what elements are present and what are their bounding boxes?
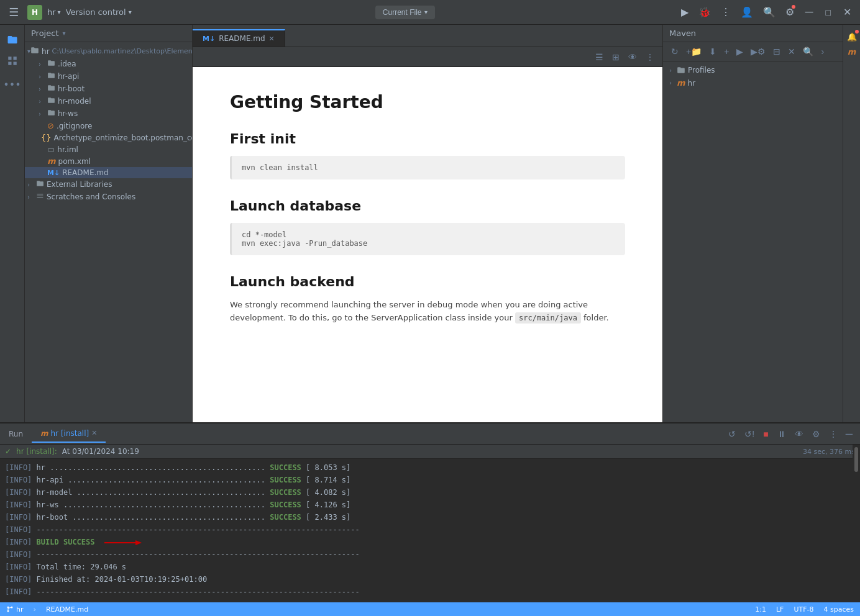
run-duration: 34 sec, 376 ms (803, 448, 855, 456)
run-tab[interactable]: Run (0, 426, 32, 442)
project-header: Project ▾ (25, 25, 192, 42)
maven-plus-button[interactable]: + (721, 45, 732, 58)
more-bottom-button[interactable]: ⋮ (826, 427, 841, 441)
list-item[interactable]: › ⊘ .gitignore (25, 120, 192, 132)
console-line: [INFO] hr-model ........................… (5, 486, 855, 499)
settings-bottom-button[interactable]: ⚙ (809, 427, 823, 441)
tab-label: README.md (219, 34, 265, 43)
current-file-button[interactable]: Current File ▾ (375, 6, 435, 19)
maven-chevron-button[interactable]: › (818, 45, 827, 58)
console-line: [INFO] hr-boot .........................… (5, 511, 855, 523)
statusbar-branch[interactable]: hr (6, 605, 24, 614)
app-logo: H (27, 5, 42, 20)
list-item[interactable]: › hr-ws (25, 107, 192, 120)
run-status-row: ✓ hr [install]: At 03/01/2024 10:19 34 s… (0, 445, 860, 459)
notification-icon[interactable]: 🔔 (845, 30, 859, 43)
maven-runconfig-button[interactable]: ▶⚙ (748, 45, 769, 58)
list-item[interactable]: › ▭ hr.iml (25, 143, 192, 155)
statusbar-position[interactable]: 1:1 (755, 605, 766, 614)
editor-tabs: M↓ README.md ✕ (193, 25, 662, 47)
statusbar-right: 1:1 LF UTF-8 4 spaces (755, 605, 854, 614)
list-view-button[interactable]: ☰ (592, 50, 606, 64)
m-icon[interactable]: m (845, 45, 859, 58)
version-control-menu[interactable]: Version control ▾ (66, 7, 132, 17)
maven-cancel-button[interactable]: ✕ (785, 45, 798, 58)
search-icon[interactable]: 🔍 (761, 4, 778, 20)
statusbar-indent[interactable]: 4 spaces (824, 605, 854, 614)
list-item[interactable]: › M↓ README.md (25, 167, 192, 178)
titlebar-actions: ▶ 🐞 ⋮ 👤 🔍 ⚙ ─ □ ✕ (679, 4, 855, 20)
hamburger-menu-icon[interactable]: ☰ (5, 4, 22, 21)
pause-button[interactable]: ⏸ (774, 427, 789, 441)
maven-toggle-button[interactable]: ⊟ (770, 45, 784, 58)
debug-icon[interactable]: 🐞 (696, 4, 713, 20)
console-output[interactable]: [INFO] hr ..............................… (0, 459, 860, 602)
scrollbar-thumb[interactable] (854, 447, 858, 472)
maven-hr-item[interactable]: › m hr (663, 76, 843, 89)
tab-close-button[interactable]: ✕ (269, 35, 275, 43)
settings-icon[interactable]: ⚙ (783, 4, 797, 20)
maven-install-tab[interactable]: m hr [install] ✕ (32, 425, 106, 443)
list-item[interactable]: › hr-api (25, 70, 192, 83)
maven-run-button[interactable]: ▶ (733, 45, 746, 58)
maximize-button[interactable]: □ (822, 7, 835, 17)
list-item[interactable]: › hr-boot (25, 83, 192, 95)
rerun-button[interactable]: ↺ (725, 427, 739, 441)
run-success-checkmark: ✓ (5, 447, 11, 456)
statusbar: hr › README.md 1:1 LF UTF-8 4 spaces (0, 602, 860, 616)
md-h1: Getting Started (230, 92, 625, 112)
maven-download-button[interactable]: ⬇ (706, 45, 720, 58)
maven-addproject-button[interactable]: +📁 (683, 45, 705, 58)
run-label: hr [install]: (16, 447, 57, 456)
eye-button[interactable]: 👁 (792, 427, 807, 441)
preview-button[interactable]: 👁 (625, 50, 640, 64)
maven-profiles-arrow[interactable]: › (669, 67, 677, 74)
console-line: [INFO] ---------------------------------… (5, 586, 855, 598)
statusbar-encoding[interactable]: UTF-8 (794, 605, 813, 614)
statusbar-linesep[interactable]: LF (776, 605, 784, 614)
user-icon[interactable]: 👤 (738, 4, 756, 20)
maven-search-button[interactable]: 🔍 (800, 45, 817, 58)
svg-rect-1 (13, 57, 16, 60)
maven-title: Maven (669, 29, 696, 38)
md-h2-backend: Launch backend (230, 274, 625, 289)
tab-readme[interactable]: M↓ README.md ✕ (193, 29, 285, 47)
rerun-failed-button[interactable]: ↺! (741, 427, 757, 441)
project-name: hr ▾ (47, 7, 61, 17)
run-icon[interactable]: ▶ (679, 4, 691, 20)
tree-root[interactable]: ▾ hr C:\Users\pablo.martinez\Desktop\Ele… (25, 45, 192, 58)
maven-hr-label: hr (688, 79, 696, 88)
more-options-button[interactable]: ⋮ (643, 50, 657, 64)
stop-button[interactable]: ■ (760, 427, 771, 441)
titlebar: ☰ H hr ▾ Version control ▾ Current File … (0, 0, 860, 25)
tab-close-install[interactable]: ✕ (91, 429, 97, 437)
statusbar-file: README.md (46, 605, 88, 614)
bottom-toolbar-right: ↺ ↺! ■ ⏸ 👁 ⚙ ⋮ ─ (725, 427, 860, 441)
md-para-backend: We strongly recommend launching the serv… (230, 299, 625, 325)
close-button[interactable]: ✕ (839, 6, 855, 18)
sidebar-item-structure[interactable] (2, 51, 22, 71)
run-timestamp: At 03/01/2024 10:19 (62, 447, 139, 456)
sidebar-item-more[interactable]: ••• (2, 75, 22, 94)
console-line: [INFO] ---------------------------------… (5, 523, 855, 536)
minimize-button[interactable]: ─ (802, 6, 817, 19)
close-bottom-button[interactable]: ─ (843, 428, 855, 440)
list-item[interactable]: › m pom.xml (25, 155, 192, 167)
external-libraries-label: External Libraries (47, 180, 112, 189)
console-line: [INFO] Finished at: 2024-01-03T10:19:25+… (5, 573, 855, 586)
split-view-button[interactable]: ⊞ (609, 50, 623, 64)
maven-profiles-item[interactable]: › Profiles (663, 64, 843, 76)
bottom-tabs: Run m hr [install] ✕ ↺ ↺! ■ ⏸ 👁 ⚙ ⋮ ─ (0, 424, 860, 445)
tree-external-libraries[interactable]: › External Libraries (25, 178, 192, 191)
list-item[interactable]: › hr-model (25, 95, 192, 107)
project-dropdown-icon[interactable]: ▾ (62, 30, 65, 37)
maven-m-icon: m (677, 78, 685, 88)
maven-hr-arrow[interactable]: › (669, 79, 677, 86)
code-block-database: cd *-model mvn exec:java -Prun_database (230, 223, 625, 255)
list-item[interactable]: › .idea (25, 58, 192, 70)
list-item[interactable]: › {} Archetype_ontimize_boot.postman_col… (25, 132, 192, 143)
tree-scratches[interactable]: › Scratches and Consoles (25, 191, 192, 203)
maven-refresh-button[interactable]: ↻ (668, 45, 682, 58)
sidebar-item-project[interactable] (2, 30, 22, 50)
more-options-icon[interactable]: ⋮ (718, 4, 733, 20)
